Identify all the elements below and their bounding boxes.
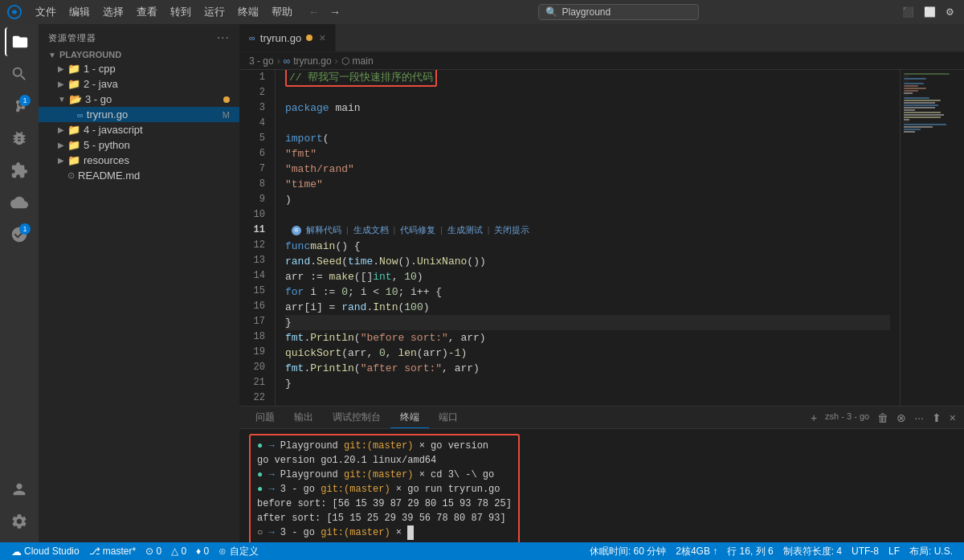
ai-explain-1[interactable]: 解释代码: [306, 223, 341, 239]
panel-tab-output[interactable]: 输出: [284, 407, 323, 427]
errors-label: ⊙ 0: [145, 546, 161, 557]
activity-settings-gear[interactable]: [5, 507, 34, 536]
terminal-content[interactable]: ● → Playground git:(master) × go version…: [239, 429, 964, 542]
split-icon[interactable]: ⬜: [921, 3, 939, 21]
sidebar-item-javascript[interactable]: ▶ 📁 4 - javascript: [39, 122, 239, 137]
panel-tab-ports[interactable]: 端口: [429, 407, 468, 427]
ai-hint-1: ⊙ 解释代码 | 生成文档 | 代码修复 | 生成测试 | 关闭提示: [285, 223, 890, 239]
status-errors[interactable]: ⊙ 0: [141, 546, 166, 557]
nav-back-button[interactable]: ←: [305, 4, 323, 20]
terminal-selector[interactable]: zsh - 3 - go: [823, 410, 871, 426]
menu-goto[interactable]: 转到: [164, 3, 198, 21]
tab-modified-dot: [306, 35, 312, 41]
tab-size-label: 制表符长度: 4: [783, 545, 842, 558]
status-language[interactable]: 布局: U.S.: [905, 545, 958, 558]
sidebar-file-readme[interactable]: ⊙ README.md: [39, 168, 239, 183]
menu-select[interactable]: 选择: [96, 3, 130, 21]
settings-icon[interactable]: ⚙: [942, 3, 958, 21]
maximize-panel-icon[interactable]: ⬆: [930, 410, 943, 426]
code-line-6: "fmt": [285, 146, 890, 161]
activity-account[interactable]: [5, 475, 34, 504]
menu-view[interactable]: 查看: [130, 3, 164, 21]
ai-close-1[interactable]: 关闭提示: [494, 223, 529, 239]
git-badge: 1: [19, 95, 31, 106]
ai-fix-1[interactable]: 代码修复: [400, 223, 435, 239]
code-line-19: fmt.Println("after sort:", arr): [285, 361, 890, 376]
menu-help[interactable]: 帮助: [265, 3, 299, 21]
status-tab-size[interactable]: 制表符长度: 4: [778, 545, 847, 558]
folder-arrow-right-java: ▶: [58, 80, 64, 88]
status-right: 休眠时间: 60 分钟 2核4GB ↑ 行 16, 列 6 制表符长度: 4 U…: [585, 545, 958, 558]
breadcrumb-tryrun[interactable]: ∞ tryrun.go: [284, 55, 332, 67]
sidebar-item-java[interactable]: ▶ 📁 2 - java: [39, 76, 239, 92]
layout-icon[interactable]: ⬛: [899, 3, 917, 21]
code-content[interactable]: 1 2 3 4 5 6 7 8 9 10 11 12 13 14 15 16 1: [239, 70, 900, 406]
activity-cloud[interactable]: [5, 188, 34, 217]
status-custom[interactable]: ⊙ 自定义: [214, 545, 263, 558]
trash-icon[interactable]: 🗑: [876, 410, 890, 426]
file-readme-label: README.md: [78, 170, 140, 182]
sidebar-more-button[interactable]: ···: [217, 31, 230, 45]
nav-forward-button[interactable]: →: [326, 4, 344, 20]
panel-tab-terminal[interactable]: 终端: [390, 407, 429, 428]
terminal-box: ● → Playground git:(master) × go version…: [249, 434, 520, 542]
sidebar-file-tryrun[interactable]: ∞ tryrun.go M: [39, 107, 239, 122]
activity-search[interactable]: [5, 59, 34, 88]
ai-gentest-1[interactable]: 生成测试: [447, 223, 483, 239]
terminal-line-7: ○ → 3 - go git:(master) ×: [257, 525, 512, 540]
menu-terminal[interactable]: 终端: [231, 3, 265, 21]
tab-go-icon: ∞: [249, 33, 255, 43]
code-lines[interactable]: // 帮我写一段快速排序的代码 package main import ( "f…: [276, 70, 900, 406]
activity-extensions[interactable]: [5, 156, 34, 185]
status-eol[interactable]: LF: [884, 546, 905, 557]
breadcrumb-main-icon: ⬡: [341, 55, 349, 67]
panel-tab-debug[interactable]: 调试控制台: [323, 407, 390, 427]
code-line-12: rand.Seed(time.Now().UnixNano()): [285, 254, 890, 269]
git-branch-label: master*: [103, 546, 136, 557]
status-position[interactable]: 行 16, 列 6: [722, 545, 778, 558]
main-layout: 1 1 资源管理器 ···: [0, 24, 964, 542]
status-resources[interactable]: 2核4GB ↑: [671, 545, 722, 558]
status-encoding[interactable]: UTF-8: [847, 546, 884, 557]
sidebar-item-go[interactable]: ▼ 📂 3 - go: [39, 92, 239, 107]
breadcrumb-main[interactable]: ⬡ main: [341, 55, 374, 67]
folder-icon-res: 📁: [67, 154, 80, 166]
sidebar-item-cpp[interactable]: ▶ 📁 1 - cpp: [39, 61, 239, 76]
status-git-branch[interactable]: ⎇ master*: [84, 546, 141, 557]
folder-icon-go: 📂: [69, 93, 82, 105]
activity-remote[interactable]: 1: [5, 220, 34, 249]
folder-arrow-down-go: ▼: [58, 95, 66, 104]
file-modified-badge: M: [223, 110, 230, 120]
sidebar-item-python[interactable]: ▶ 📁 5 - python: [39, 137, 239, 153]
more-panel-icon[interactable]: ···: [913, 410, 925, 426]
activity-git[interactable]: 1: [5, 92, 34, 121]
status-info[interactable]: ♦ 0: [191, 546, 214, 557]
folder-js-label: 4 - javascript: [84, 124, 143, 136]
menu-file[interactable]: 文件: [29, 3, 63, 21]
sidebar-playground-root[interactable]: ▼ PLAYGROUND: [39, 48, 239, 61]
search-input[interactable]: 🔍 Playground: [538, 4, 699, 20]
encoding-label: UTF-8: [852, 546, 879, 557]
activity-debug[interactable]: [5, 124, 34, 153]
status-cloud-studio[interactable]: ☁ Cloud Studio: [6, 546, 84, 558]
line-numbers: 1 2 3 4 5 6 7 8 9 10 11 12 13 14 15 16 1: [239, 70, 276, 406]
sidebar-item-resources[interactable]: ▶ 📁 resources: [39, 153, 239, 168]
breadcrumb-3go[interactable]: 3 - go: [249, 55, 274, 67]
status-idle-time[interactable]: 休眠时间: 60 分钟: [585, 545, 671, 558]
folder-arrow-down: ▼: [48, 51, 56, 59]
terminal-line-6: after sort: [15 15 25 29 39 56 78 80 87 …: [257, 511, 512, 525]
close-panel-icon[interactable]: ×: [948, 410, 958, 426]
activity-explorer[interactable]: [5, 27, 34, 56]
kill-terminal-icon[interactable]: ⊗: [895, 410, 908, 426]
panel-tab-problems[interactable]: 问题: [246, 407, 284, 427]
new-terminal-button[interactable]: +: [809, 410, 819, 426]
menu-edit[interactable]: 编辑: [63, 3, 96, 21]
tab-close-button[interactable]: ×: [319, 32, 325, 43]
status-warnings[interactable]: △ 0: [166, 546, 191, 557]
code-line-21: [285, 391, 890, 406]
ai-gendoc-1[interactable]: 生成文档: [353, 223, 389, 239]
tab-tryrun[interactable]: ∞ tryrun.go ×: [239, 24, 336, 51]
menu-run[interactable]: 运行: [198, 3, 231, 21]
code-line-9: ): [285, 192, 890, 207]
sidebar-section: ▼ PLAYGROUND ▶ 📁 1 - cpp ▶ 📁 2 - java ▼ …: [39, 48, 239, 186]
